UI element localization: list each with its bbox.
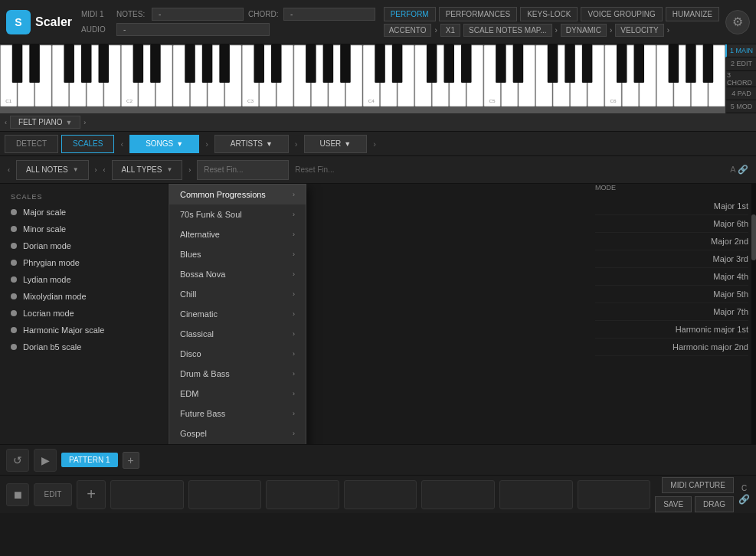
scale-name: Locrian mode	[23, 309, 74, 318]
artists-next-arrow[interactable]: ›	[292, 139, 301, 149]
scale-item-dorian[interactable]: Dorian mode	[0, 237, 168, 254]
midi-capture-btn[interactable]: MIDI CAPTURE	[662, 477, 734, 493]
pattern-1-btn[interactable]: PATTERN 1	[61, 453, 118, 467]
dropdown-item-edm[interactable]: EDM ›	[169, 384, 306, 404]
felt-piano-btn[interactable]: FELT PIANO ▼	[10, 116, 80, 129]
search-input[interactable]	[197, 160, 289, 180]
link-icon[interactable]: A 🔗	[730, 165, 748, 175]
detect-btn[interactable]: DETECT	[5, 135, 58, 153]
mode-item-6: Major 5th	[595, 286, 748, 303]
scrollbar-thumb[interactable]	[751, 214, 756, 260]
felt-piano-prev[interactable]: ‹	[5, 119, 7, 126]
artists-tab[interactable]: ARTISTS ▼	[214, 135, 289, 153]
humanize-btn[interactable]: HUMANIZE	[666, 7, 719, 21]
scale-notes-btn[interactable]: SCALE NOTES MAP...	[463, 24, 552, 37]
piano-keyboard[interactable]: C1C2C3C4C5C6	[0, 44, 725, 113]
scale-item-dorian-b5[interactable]: Dorian b5 scale	[0, 339, 168, 355]
dropdown-item-70s-funk[interactable]: 70s Funk & Soul ›	[169, 204, 306, 224]
chord-value[interactable]: -	[283, 8, 375, 21]
all-types-btn[interactable]: ALL TYPES ▼	[112, 160, 183, 180]
save-btn[interactable]: SAVE	[655, 496, 692, 512]
all-types-prev[interactable]: ‹	[103, 166, 106, 174]
dropdown-item-gospel[interactable]: Gospel ›	[169, 424, 306, 443]
felt-piano-next[interactable]: ›	[83, 119, 86, 126]
performances-btn[interactable]: PERFORMANCES	[439, 7, 517, 21]
chord-slot-2[interactable]	[188, 480, 262, 509]
tab-edit[interactable]: 2 EDIT	[725, 57, 756, 70]
notes-value[interactable]: -	[152, 8, 244, 21]
songs-arrow: ▼	[176, 140, 183, 148]
songs-tab[interactable]: SONGS ▼	[129, 135, 199, 153]
play-btn[interactable]: ▶	[34, 449, 57, 472]
scale-item-locrian[interactable]: Locrian mode	[0, 305, 168, 322]
dropdown-item-drum-bass[interactable]: Drum & Bass ›	[169, 364, 306, 384]
voice-grouping-btn[interactable]: VOICE GROUPING	[581, 7, 662, 21]
all-types-arrow: ▼	[166, 166, 172, 173]
chord-slot-6[interactable]	[499, 480, 573, 509]
dropdown-label: Classical	[180, 329, 214, 339]
velocity-btn[interactable]: VELOCITY	[615, 24, 663, 37]
accento-btn[interactable]: ACCENTO	[384, 24, 432, 37]
songs-prev-arrow[interactable]: ‹	[117, 139, 126, 149]
scale-item-minor[interactable]: Minor scale	[0, 221, 168, 237]
dropdown-item-classical[interactable]: Classical ›	[169, 324, 306, 344]
chord-slot-4[interactable]	[344, 480, 417, 509]
link-c-icon[interactable]: 🔗	[738, 494, 750, 505]
dropdown-item-common-progressions[interactable]: Common Progressions ›	[169, 185, 306, 204]
svg-rect-60	[306, 44, 316, 83]
all-notes-btn[interactable]: ALL NOTES ▼	[16, 160, 89, 180]
tab-main[interactable]: 1 MAIN	[725, 44, 756, 57]
perform-btn[interactable]: PERFORM	[384, 7, 436, 21]
dropdown-label: Bossa Nova	[180, 270, 225, 279]
dropdown-label: 70s Funk & Soul	[180, 210, 242, 219]
user-arrow: ▼	[344, 140, 351, 148]
scale-item-mixolydian[interactable]: Mixolydian mode	[0, 288, 168, 305]
reset-btn[interactable]: Reset Fin...	[295, 165, 334, 174]
dropdown-item-alternative[interactable]: Alternative ›	[169, 224, 306, 244]
chord-slot-7[interactable]	[578, 480, 651, 509]
all-types-next[interactable]: ›	[188, 166, 191, 174]
svg-rect-58	[254, 44, 264, 83]
stop-btn[interactable]: ⏹	[6, 483, 29, 506]
svg-rect-53	[133, 44, 144, 83]
keys-lock-btn[interactable]: KEYS-LOCK	[520, 7, 578, 21]
dropdown-item-bossa-nova[interactable]: Bossa Nova ›	[169, 264, 306, 284]
tab-mod[interactable]: 5 MOD	[725, 100, 756, 113]
user-next-arrow[interactable]: ›	[370, 139, 379, 149]
add-chord-btn[interactable]: +	[77, 480, 106, 509]
dropdown-item-chill[interactable]: Chill ›	[169, 284, 306, 304]
scales-btn[interactable]: SCALES	[61, 135, 114, 153]
drag-btn[interactable]: DRAG	[695, 496, 734, 512]
audio-value[interactable]: -	[116, 23, 270, 36]
scale-item-phrygian[interactable]: Phrygian mode	[0, 254, 168, 271]
dropdown-item-disco[interactable]: Disco ›	[169, 344, 306, 364]
dropdown-arrow: ›	[293, 350, 295, 358]
chord-slot-5[interactable]	[421, 480, 495, 509]
dropdown-item-hip-hop[interactable]: Hip Hop ›	[169, 443, 306, 444]
scale-name: Minor scale	[23, 224, 66, 234]
scales-list: SCALES Major scale Minor scale Dorian mo…	[0, 184, 169, 444]
chord-slot-1[interactable]	[110, 480, 184, 509]
dropdown-arrow: ›	[293, 290, 295, 298]
scale-item-lydian[interactable]: Lydian mode	[0, 271, 168, 288]
all-notes-arrow: ▼	[73, 166, 79, 173]
scale-item-harmonic-major[interactable]: Harmonic Major scale	[0, 322, 168, 339]
pattern-add-btn[interactable]: +	[123, 452, 139, 469]
dropdown-arrow: ›	[293, 310, 295, 318]
all-notes-prev[interactable]: ‹	[8, 166, 10, 174]
midi1-label: MIDI 1	[81, 10, 112, 18]
dropdown-item-cinematic[interactable]: Cinematic ›	[169, 304, 306, 324]
scale-item-major[interactable]: Major scale	[0, 204, 168, 221]
dynamic-btn[interactable]: DYNAMIC	[561, 24, 607, 37]
chord-slot-3[interactable]	[266, 480, 339, 509]
loop-btn[interactable]: ↺	[6, 449, 29, 472]
tab-pad[interactable]: 4 PAD	[725, 87, 756, 100]
tab-chord[interactable]: 3 CHORD	[725, 71, 756, 87]
settings-btn[interactable]: ⚙	[725, 10, 750, 34]
songs-next-arrow[interactable]: ›	[202, 139, 211, 149]
dropdown-item-future-bass[interactable]: Future Bass ›	[169, 404, 306, 424]
x1-btn[interactable]: X1	[440, 24, 460, 37]
all-notes-next[interactable]: ›	[95, 166, 97, 174]
dropdown-item-blues[interactable]: Blues ›	[169, 244, 306, 264]
user-tab[interactable]: USER ▼	[304, 135, 368, 153]
